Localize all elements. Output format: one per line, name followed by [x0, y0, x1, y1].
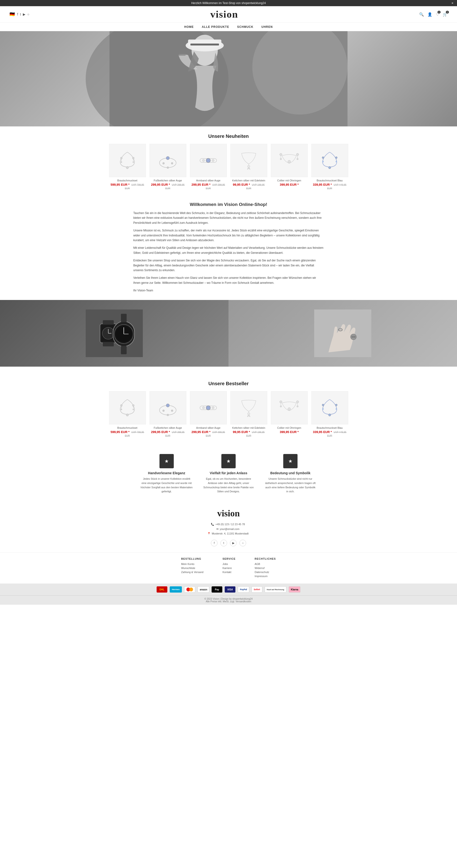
payment-paypal: PayPal — [238, 586, 249, 593]
payment-rechnung: Kauf auf Rechnung — [265, 586, 286, 593]
footer-link[interactable]: Mein Konto — [181, 563, 203, 565]
nav-alle-produkte[interactable]: ALLE PRODUKTE — [202, 25, 229, 29]
svg-rect-53 — [121, 314, 127, 322]
footer-link[interactable]: Kontakt — [223, 571, 236, 574]
welcome-title: Willkommen im Vision Online-Shop! — [133, 202, 324, 207]
feature-icon: ★ — [160, 454, 174, 468]
site-footer: vision 📞+49 (0) 123 / 12 23 45 78 ✉your@… — [0, 501, 457, 605]
product-card[interactable]: Kettchen silber mit Edelstein 99,95 EUR … — [230, 391, 267, 437]
svg-rect-46 — [103, 320, 114, 324]
youtube-icon[interactable]: ▶ — [23, 12, 26, 16]
footer-link[interactable]: Impressum — [255, 575, 276, 578]
email-icon: ✉ — [216, 528, 219, 530]
product-card[interactable]: Armband silber Auge 299,95 EUR * UVP 399… — [190, 144, 227, 190]
search-icon[interactable]: 🔍 — [419, 12, 424, 17]
footer-link[interactable]: Wunschliste — [181, 567, 203, 569]
svg-point-30 — [296, 153, 299, 156]
svg-point-18 — [171, 162, 173, 164]
product-name: Brautschmuckset Blau — [311, 179, 348, 182]
svg-point-65 — [133, 409, 134, 410]
svg-point-16 — [166, 156, 169, 160]
footer-twitter[interactable]: t — [220, 540, 227, 546]
svg-point-81 — [296, 401, 299, 403]
svg-point-73 — [202, 407, 205, 409]
cart-icon[interactable]: 🛒0 — [443, 12, 448, 17]
payment-visa: VISA — [225, 586, 235, 593]
svg-point-36 — [322, 161, 324, 162]
product-card[interactable]: Brautschmuckset Blau 339,95 EUR * UVP 44… — [311, 144, 348, 190]
nav-schmuck[interactable]: SCHMUCK — [237, 25, 253, 29]
product-image — [150, 391, 186, 425]
svg-point-11 — [121, 161, 122, 163]
jewelry-hand-svg — [314, 309, 371, 357]
svg-point-59 — [126, 414, 129, 416]
payment-dhl: DHL — [157, 586, 167, 593]
svg-point-29 — [280, 158, 282, 160]
product-card[interactable]: Fußkettchen silber Auge 299,95 EUR * UVP… — [150, 391, 186, 437]
nav-uhren[interactable]: UHREN — [261, 25, 273, 29]
product-price: 399,95 EUR * — [271, 430, 308, 434]
product-card[interactable]: Collier mit Ohrringen 399,95 EUR * — [271, 144, 308, 190]
social-icons-header: f t ▶ ○ — [17, 12, 29, 16]
main-nav: HOME ALLE PRODUKTE SCHMUCK UHREN — [0, 23, 457, 31]
footer-link[interactable]: AGB — [255, 563, 276, 565]
product-card[interactable]: Kettchen silber mit Edelstein 99,95 EUR … — [230, 144, 267, 190]
product-image — [190, 391, 227, 425]
product-price: 299,95 EUR * UVP 399,95 EUR — [190, 430, 227, 437]
footer-link[interactable]: Datenschutz — [255, 571, 276, 574]
announcement-close[interactable]: × — [452, 1, 453, 5]
footer-links: BESTELLUNGMein KontoWunschlisteZahlung &… — [0, 552, 457, 584]
product-card[interactable]: Collier mit Ohrringen 399,95 EUR * — [271, 391, 308, 437]
footer-instagram[interactable]: ○ — [239, 540, 246, 546]
footer-phone: +49 (0) 123 / 12 23 45 78 — [216, 523, 245, 526]
account-icon[interactable]: 👤 — [427, 12, 432, 17]
product-card[interactable]: Fußkettchen silber Auge 299,95 EUR * UVP… — [150, 144, 186, 190]
features-section: ★ Handverlesene Eleganz Jedes Stück in u… — [0, 447, 457, 501]
welcome-section: Willkommen im Vision Online-Shop! Tauche… — [126, 202, 331, 293]
svg-point-14 — [133, 161, 134, 163]
site-header: 🇩🇪 f t ▶ ○ vision 🔍 👤 ♡0 🛒0 — [0, 6, 457, 23]
footer-link[interactable]: Jobs — [223, 563, 236, 565]
footer-email[interactable]: your@email.com — [220, 528, 239, 530]
footer-youtube[interactable]: ▶ — [230, 540, 237, 546]
svg-point-68 — [163, 410, 164, 412]
facebook-icon[interactable]: f — [17, 12, 18, 16]
watches-svg — [86, 309, 143, 357]
bestseller-section: Unsere Bestseller Brautschmuckset 599,95… — [0, 371, 457, 447]
footer-link[interactable]: Zahlung & Versand — [181, 571, 203, 574]
svg-point-23 — [212, 159, 214, 162]
product-price: 399,95 EUR * — [271, 183, 308, 186]
footer-link[interactable]: Widerruf — [255, 567, 276, 569]
welcome-paragraph: Tauchen Sie ein in die faszinierende Wel… — [133, 211, 324, 225]
svg-point-72 — [206, 406, 210, 410]
site-logo[interactable]: vision — [210, 8, 238, 20]
product-card[interactable]: Brautschmuckset 599,95 EUR * UVP 799,95 … — [109, 391, 146, 437]
product-name: Armband silber Auge — [190, 426, 227, 429]
feature-title: Bedeutung und Symbolik — [264, 471, 317, 475]
footer-column: BESTELLUNGMein KontoWunschlisteZahlung &… — [181, 557, 203, 579]
product-card[interactable]: Brautschmuckset 599,95 EUR * UVP 799,95 … — [109, 144, 146, 190]
image-jewelry-hand — [228, 300, 457, 367]
footer-col-title: BESTELLUNG — [181, 557, 203, 560]
footer-logo[interactable]: vision — [0, 508, 457, 519]
product-name: Kettchen silber mit Edelstein — [230, 426, 267, 429]
svg-point-17 — [163, 162, 164, 164]
svg-point-22 — [202, 159, 205, 162]
footer-link[interactable]: Karriere — [223, 567, 236, 569]
product-name: Fußkettchen silber Auge — [150, 179, 186, 182]
svg-rect-7 — [178, 54, 186, 56]
twitter-icon[interactable]: t — [20, 12, 21, 16]
flag-icon[interactable]: 🇩🇪 — [9, 12, 15, 17]
svg-point-32 — [297, 158, 298, 160]
product-image — [230, 144, 267, 177]
product-card[interactable]: Brautschmuckset Blau 339,95 EUR * UVP 44… — [311, 391, 348, 437]
image-watches — [0, 300, 228, 367]
wishlist-icon[interactable]: ♡0 — [436, 12, 439, 17]
instagram-icon[interactable]: ○ — [27, 12, 29, 16]
svg-point-34 — [322, 157, 324, 159]
footer-facebook[interactable]: f — [211, 540, 218, 546]
product-card[interactable]: Armband silber Auge 299,95 EUR * UVP 399… — [190, 391, 227, 437]
svg-point-33 — [328, 166, 331, 169]
nav-home[interactable]: HOME — [184, 25, 194, 29]
feature-icon: ★ — [221, 454, 236, 468]
